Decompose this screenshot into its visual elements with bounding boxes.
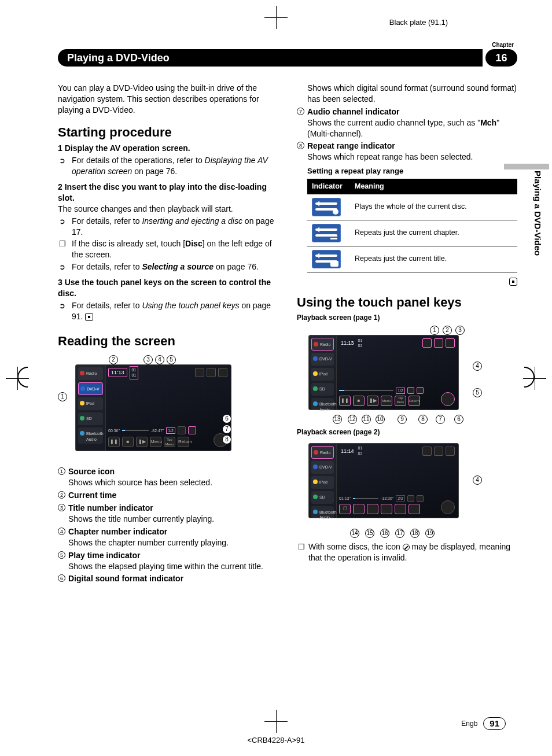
pb1-c8: 8 [418, 415, 428, 424]
pb1-c13: 13 [333, 415, 342, 424]
chapter-number: 16 [485, 49, 517, 67]
step1-lead: 1 Display the AV operation screen. [58, 143, 278, 154]
pb1-c10: 10 [376, 415, 385, 424]
chapter-title: Playing a DVD-Video [67, 51, 170, 65]
ref-code: <CRB4228-A>91 [247, 735, 304, 746]
pb1-c7: 7 [436, 415, 445, 424]
desc6-cont: Shows which digital sound format (surrou… [297, 83, 517, 105]
intro-text: You can play a DVD-Video using the built… [58, 83, 278, 116]
search-icon [422, 447, 432, 456]
section-touch-keys: Using the touch panel keys [297, 294, 517, 311]
crop-mark-bottom [264, 710, 288, 733]
repeat-title-icon [312, 250, 341, 268]
prohibit-icon [403, 544, 410, 551]
subtitle-icon [367, 504, 378, 514]
plate-label: Black plate (91,1) [389, 17, 448, 28]
search-icon [422, 338, 432, 348]
crop-mark-top [264, 6, 288, 29]
eq-icon [434, 338, 443, 348]
callout-3: 3 [143, 355, 153, 364]
pb1-c3: 3 [455, 326, 465, 335]
step2-ref-b: ❐ If the disc is already set, touch [Dis… [58, 238, 278, 260]
stop-icon: ■ [122, 437, 134, 447]
repeat-icon [417, 495, 424, 502]
audio-icon [353, 504, 365, 514]
lang-code: Engb [461, 719, 477, 728]
chapter-word: Chapter [492, 41, 514, 49]
pb2-c18: 18 [410, 529, 419, 538]
step2-lead: 2 Insert the disc you want to play into … [58, 182, 278, 204]
invalid-note: ❐ With some discs, the icon may be displ… [297, 541, 517, 563]
side-tab-mark [504, 164, 549, 169]
pb1-c11: 11 [362, 415, 371, 424]
slow-fwd-icon [409, 504, 420, 514]
step1-ref: ➲ For details of the operations, refer t… [58, 155, 278, 177]
playback1-figure: 1 2 3 4 5 13 12 11 10 9 8 7 6 Radio DVD-… [297, 326, 482, 424]
pb2-c16: 16 [380, 529, 389, 538]
search-icon [195, 368, 204, 377]
angle-icon [381, 504, 392, 514]
screen-descriptions: 1Source iconShows which source has been … [58, 466, 278, 584]
pb1-c2: 2 [443, 326, 452, 335]
slow-rev-icon [395, 504, 406, 514]
section-starting-procedure: Starting procedure [58, 124, 278, 141]
repeat-disc-icon [312, 198, 341, 216]
close-icon [446, 447, 455, 456]
pb1-c4: 4 [473, 362, 482, 371]
crop-mark-right [523, 367, 546, 390]
table-end-mark [297, 276, 517, 287]
pb1-title: Playback screen (page 1) [297, 313, 517, 322]
phone-icon [441, 500, 455, 514]
pb1-c9: 9 [398, 415, 407, 424]
repeat-table-title: Setting a repeat play range [297, 166, 517, 176]
eq-icon [434, 447, 443, 456]
callout-1: 1 [58, 392, 67, 401]
callout-5: 5 [167, 355, 176, 364]
repeat-chapter-icon [312, 224, 341, 242]
step-icon: ❚▶ [136, 437, 148, 447]
step2-ref-c: ➲ For details, refer to Selecting a sour… [58, 261, 278, 272]
pb2-c19: 19 [425, 529, 435, 538]
pb2-c17: 17 [395, 529, 404, 538]
pb2-c14: 14 [350, 529, 359, 538]
pause-icon: ❚❚ [108, 437, 120, 447]
step2-body: The source changes and then playback wil… [58, 204, 278, 215]
step3-ref: ➲ For details, refer to Using the touch … [58, 300, 278, 322]
step2-ref-a: ➲ For details, refer to Inserting and ej… [58, 216, 278, 238]
pb1-c5: 5 [473, 388, 482, 397]
repeat-table: IndicatorMeaning Plays the whole of the … [307, 179, 517, 272]
section-reading-screen: Reading the screen [58, 333, 278, 350]
eq-icon [207, 368, 216, 377]
step3-lead: 3 Use the touch panel keys on the screen… [58, 277, 278, 299]
callout-4: 4 [155, 355, 164, 364]
pb2-c15: 15 [365, 529, 374, 538]
pb1-c1: 1 [430, 326, 439, 335]
pb2-c4: 4 [473, 475, 482, 485]
chapter-header: Playing a DVD-Video Chapter 16 [58, 49, 517, 67]
reading-screen-figure: 2 3 4 5 1 6 7 8 Radio DVD-V iPod SD Blue… [58, 353, 231, 463]
desc-7: 7Audio channel indicatorShows the curren… [297, 106, 517, 139]
desc-8: 8Repeat range indicatorShows which repea… [297, 141, 517, 163]
page-footer: Engb 91 [461, 717, 506, 730]
section-end-icon [85, 313, 93, 321]
callout-2: 2 [109, 355, 118, 364]
bookmark-icon: ❐ [339, 504, 351, 514]
side-tab: Playing a DVD-Video [532, 171, 543, 256]
playback2-figure: 4 14 15 16 17 18 19 Radio DVD-V iPod SD … [297, 441, 482, 538]
close-icon [218, 368, 227, 377]
pb1-c12: 12 [348, 415, 357, 424]
pb1-c6: 6 [454, 415, 463, 424]
close-icon [446, 338, 455, 348]
page-number: 91 [483, 717, 506, 730]
pb2-title: Playback screen (page 2) [297, 427, 517, 437]
crop-mark-left [6, 367, 29, 390]
